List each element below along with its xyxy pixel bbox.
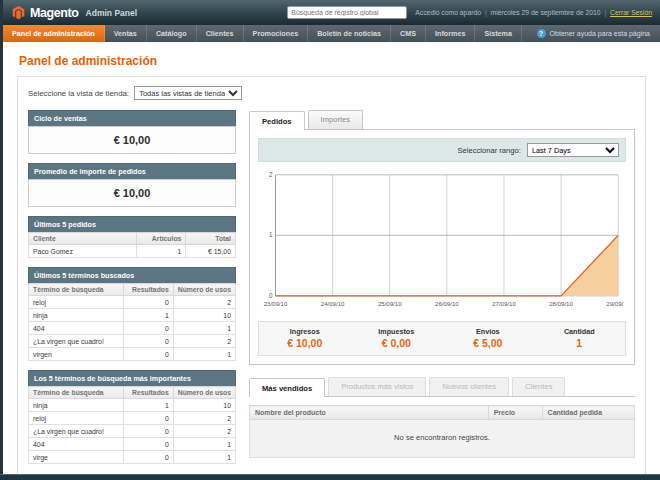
grid-tab[interactable]: Más vendidos [249, 378, 325, 397]
range-label: Seleccionar rango: [458, 146, 521, 155]
help-link[interactable]: ? Obtener ayuda para esta página [527, 25, 660, 42]
total-stat: Ingresos € 10,00 [259, 327, 351, 349]
store-switcher-label: Seleccione la vista de tienda: [28, 89, 129, 98]
cell-results: 1 [124, 399, 174, 412]
nav-item[interactable]: Catálogo [147, 25, 197, 42]
orders-tab-panel: Seleccionar rango: Last 7 Days 01223/09/… [249, 130, 635, 365]
search-term-row[interactable]: ¿La virgen que cuadro! 0 2 [29, 425, 236, 438]
search-term-row[interactable]: virgen 0 1 [29, 348, 236, 361]
total-stat: Cantidad 1 [534, 327, 626, 349]
stat-label: Cantidad [534, 327, 626, 336]
nav-item[interactable]: Boletín de noticias [308, 25, 391, 42]
stat-label: Envíos [442, 327, 534, 336]
cell-results: 0 [124, 348, 174, 361]
column-header[interactable]: Término de búsqueda [29, 387, 124, 399]
chart-tab[interactable]: Importes [308, 110, 364, 129]
column-header[interactable]: Artículos [136, 233, 186, 245]
logo-text: Magento [30, 6, 79, 20]
column-header[interactable]: Cliente [29, 233, 137, 245]
orders-chart: 01223/09/1024/09/1025/09/1026/09/1027/09… [260, 170, 624, 315]
cell-results: 0 [124, 438, 174, 451]
cell-term: ¿La virgen que cuadro! [29, 335, 124, 348]
search-term-row[interactable]: ninja 1 10 [29, 399, 236, 412]
grid-tab[interactable]: Nuevos clientes [429, 377, 509, 396]
nav-item[interactable]: CMS [391, 25, 426, 42]
cell-items: 1 [136, 245, 186, 258]
search-term-row[interactable]: virge 0 1 [29, 451, 236, 464]
stat-value: € 0,00 [351, 337, 443, 349]
total-stat: Envíos € 5,00 [442, 327, 534, 349]
column-header[interactable]: Cantidad pedida [542, 406, 634, 420]
nav-item[interactable]: Sistema [475, 25, 522, 42]
column-header[interactable]: Número de usos [173, 387, 235, 399]
box-title: Los 5 términos de búsqueda más important… [28, 370, 236, 386]
window: Magento Admin Panel Accedió como apardo … [0, 0, 660, 474]
cell-uses: 2 [173, 335, 235, 348]
column-header[interactable]: Término de búsqueda [29, 284, 124, 296]
search-term-row[interactable]: reloj 0 2 [29, 296, 236, 309]
svg-text:0: 0 [269, 292, 273, 299]
search-term-row[interactable]: reloj 0 2 [29, 412, 236, 425]
column-header[interactable]: Nombre del producto [250, 406, 489, 420]
svg-text:27/09/10: 27/09/10 [492, 300, 516, 307]
window-bottom-edge [0, 474, 660, 480]
page-title: Panel de administración [19, 54, 644, 68]
search-term-row[interactable]: 404 0 1 [29, 438, 236, 451]
average-orders-box: Promedio de importe de pedidos € 10,00 [28, 163, 236, 207]
global-search-input[interactable] [287, 6, 407, 19]
svg-text:2: 2 [269, 171, 273, 178]
store-view-select[interactable]: Todas las vistas de tienda [134, 86, 242, 100]
logo-subtext: Admin Panel [86, 8, 137, 18]
cell-term: 404 [29, 322, 124, 335]
total-stat: Impuestos € 0,00 [351, 327, 443, 349]
svg-text:29/09/10: 29/09/10 [606, 300, 624, 307]
cell-term: ninja [29, 399, 124, 412]
nav-item[interactable]: Informes [426, 25, 475, 42]
cell-total: € 15,00 [186, 245, 236, 258]
nav-item[interactable]: Ventas [105, 25, 147, 42]
box-title: Últimos 5 pedidos [28, 216, 236, 232]
svg-text:28/09/10: 28/09/10 [549, 300, 573, 307]
cell-results: 0 [124, 335, 174, 348]
column-header[interactable]: Número de usos [173, 284, 235, 296]
chart-tabs: Pedidos Importes [249, 110, 635, 130]
column-header[interactable]: Resultados [124, 284, 174, 296]
orders-chart-wrap: 01223/09/1024/09/1025/09/1026/09/1027/09… [258, 162, 626, 315]
column-header[interactable]: Total [186, 233, 236, 245]
search-term-row[interactable]: ninja 1 10 [29, 309, 236, 322]
current-date: miércoles 29 de septiembre de 2010 [491, 9, 601, 16]
cell-term: ¿La virgen que cuadro! [29, 425, 124, 438]
session-info: Accedió como apardo | miércoles 29 de se… [415, 9, 652, 16]
help-icon: ? [537, 29, 546, 38]
cell-results: 0 [124, 412, 174, 425]
cell-results: 0 [124, 296, 174, 309]
stat-value: € 5,00 [442, 337, 534, 349]
cell-term: virge [29, 451, 124, 464]
cell-term: virgen [29, 348, 124, 361]
nav-item[interactable]: Clientes [197, 25, 244, 42]
top-search-terms-box: Los 5 términos de búsqueda más important… [28, 370, 236, 464]
stat-label: Impuestos [351, 327, 443, 336]
chart-tab[interactable]: Pedidos [249, 111, 305, 130]
grid-tab[interactable]: Clientes [512, 377, 565, 396]
box-title: Promedio de importe de pedidos [28, 163, 236, 179]
cell-uses: 10 [173, 309, 235, 322]
logout-link[interactable]: Cerrar Sesión [610, 9, 652, 16]
cell-customer: Paco Gomez [29, 245, 137, 258]
search-term-row[interactable]: ¿La virgen que cuadro! 0 2 [29, 335, 236, 348]
cell-results: 1 [124, 309, 174, 322]
cell-term: reloj [29, 296, 124, 309]
column-header[interactable]: Resultados [124, 387, 174, 399]
order-row[interactable]: Paco Gomez 1 € 15,00 [29, 245, 236, 258]
nav-item[interactable]: Panel de administración [3, 25, 105, 42]
logged-in-as: Accedió como apardo [415, 9, 481, 16]
grid-tab[interactable]: Productos más vistos [328, 377, 426, 396]
empty-grid-message: No se encontraron registros. [249, 420, 635, 458]
range-select[interactable]: Last 7 Days [527, 143, 619, 157]
svg-text:23/09/10: 23/09/10 [264, 300, 288, 307]
column-header[interactable]: Precio [488, 406, 542, 420]
magento-logo[interactable]: Magento Admin Panel [11, 5, 137, 20]
search-term-row[interactable]: 404 0 1 [29, 322, 236, 335]
nav-item[interactable]: Promociones [244, 25, 309, 42]
separator: | [604, 9, 606, 16]
